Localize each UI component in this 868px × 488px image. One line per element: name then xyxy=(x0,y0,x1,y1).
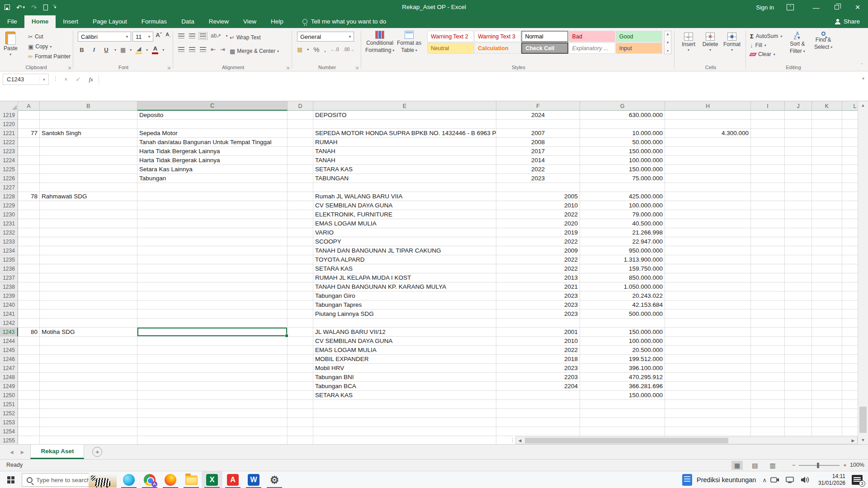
row-header-1228[interactable]: 1228 xyxy=(0,192,18,201)
cell-A1247[interactable] xyxy=(18,364,40,373)
menu-tab-data[interactable]: Data xyxy=(174,15,202,28)
cell-E1242[interactable] xyxy=(313,319,496,328)
cell-I1231[interactable] xyxy=(751,219,785,228)
cell-C1255[interactable] xyxy=(137,436,288,444)
cell-B1242[interactable] xyxy=(40,319,137,328)
cell-G1234[interactable]: 950.000.000 xyxy=(580,246,665,255)
cell-L1222[interactable] xyxy=(842,138,858,147)
cell-E1234[interactable]: TANAH DAN BANGUNAN JL TIPAR CAKUNG xyxy=(313,246,496,255)
row-header-1225[interactable]: 1225 xyxy=(0,165,18,174)
row-header-1237[interactable]: 1237 xyxy=(0,273,18,282)
tray-overflow-icon[interactable]: ∧ xyxy=(762,477,767,483)
cell-B1251[interactable] xyxy=(40,400,137,409)
cell-E1232[interactable]: VARIO xyxy=(313,228,496,237)
cell-D1255[interactable] xyxy=(288,436,313,444)
notification-center-icon[interactable]: 3 xyxy=(852,475,863,485)
cell-J1237[interactable] xyxy=(785,273,812,282)
cell-L1226[interactable] xyxy=(842,174,858,183)
row-header-1255[interactable]: 1255 xyxy=(0,436,18,444)
cell-C1236[interactable] xyxy=(137,264,288,273)
sign-in-button[interactable]: Sign in xyxy=(756,4,774,11)
cell-C1250[interactable] xyxy=(137,391,288,400)
cell-J1242[interactable] xyxy=(785,319,812,328)
formula-input[interactable] xyxy=(105,74,854,85)
column-header-H[interactable]: H xyxy=(665,101,751,111)
cell-C1243[interactable] xyxy=(137,328,288,337)
row-header-1233[interactable]: 1233 xyxy=(0,237,18,246)
bold-button[interactable]: B xyxy=(78,47,86,53)
cell-D1250[interactable] xyxy=(288,391,313,400)
grow-font-icon[interactable]: Aˇ xyxy=(155,32,163,42)
cell-B1228[interactable]: Rahmawati SDG xyxy=(40,192,137,201)
cell-A1251[interactable] xyxy=(18,400,40,409)
cell-C1226[interactable]: Tabungan xyxy=(137,174,288,183)
cell-J1252[interactable] xyxy=(785,409,812,418)
cell-G1230[interactable]: 79.000.000 xyxy=(580,210,665,219)
cell-K1251[interactable] xyxy=(812,400,842,409)
align-center-icon[interactable] xyxy=(189,47,195,52)
cell-D1220[interactable] xyxy=(288,120,313,129)
cell-F1223[interactable]: 2017 xyxy=(496,147,580,156)
cell-K1226[interactable] xyxy=(812,174,842,183)
row-header-1240[interactable]: 1240 xyxy=(0,300,18,310)
delete-cells-button[interactable]: × Delete▾ xyxy=(699,33,721,52)
row-header-1234[interactable]: 1234 xyxy=(0,246,18,255)
cell-A1250[interactable] xyxy=(18,391,40,400)
cut-button[interactable]: ✂Cut xyxy=(28,32,71,42)
cell-B1240[interactable] xyxy=(40,300,137,310)
cell-C1228[interactable] xyxy=(137,192,288,201)
cell-B1220[interactable] xyxy=(40,120,137,129)
cell-D1233[interactable] xyxy=(288,237,313,246)
cell-A1223[interactable] xyxy=(18,147,40,156)
cell-H1221[interactable]: 4.300.000 xyxy=(665,129,751,138)
cell-G1253[interactable] xyxy=(580,418,665,427)
cell-D1237[interactable] xyxy=(288,273,313,282)
cell-H1241[interactable] xyxy=(665,310,751,319)
collapse-ribbon-icon[interactable]: ˆ xyxy=(861,63,863,68)
cell-style-good[interactable]: Good xyxy=(616,31,662,42)
cell-H1224[interactable] xyxy=(665,156,751,165)
row-header-1235[interactable]: 1235 xyxy=(0,255,18,264)
cell-J1238[interactable] xyxy=(785,282,812,291)
cell-E1221[interactable]: SEPEDA MOTOR HONDA SUPRA BPKB NO. 143244… xyxy=(313,129,496,138)
cell-C1248[interactable] xyxy=(137,373,288,382)
cell-G1229[interactable]: 100.000.000 xyxy=(580,201,665,210)
cell-F1222[interactable]: 2008 xyxy=(496,138,580,147)
cell-G1225[interactable]: 150.000.000 xyxy=(580,165,665,174)
cell-B1248[interactable] xyxy=(40,373,137,382)
paste-dropdown-icon[interactable]: ▾ xyxy=(9,52,11,56)
cell-E1241[interactable]: Piutang Lainnya SDG xyxy=(313,310,496,319)
cell-A1226[interactable] xyxy=(18,174,40,183)
cell-H1246[interactable] xyxy=(665,355,751,364)
cell-G1228[interactable]: 425.000.000 xyxy=(580,192,665,201)
row-header-1221[interactable]: 1221 xyxy=(0,129,18,138)
cell-J1250[interactable] xyxy=(785,391,812,400)
cell-G1245[interactable]: 20.500.000 xyxy=(580,346,665,355)
cell-D1242[interactable] xyxy=(288,319,313,328)
cell-D1224[interactable] xyxy=(288,156,313,165)
cell-C1242[interactable] xyxy=(137,319,288,328)
cell-E1224[interactable]: TANAH xyxy=(313,156,496,165)
taskbar-app-firefox[interactable] xyxy=(160,471,181,488)
decrease-decimal-icon[interactable]: .00→ xyxy=(343,47,354,52)
cell-I1244[interactable] xyxy=(751,337,785,346)
tray-app-prediksi[interactable]: Prediksi keuntungan xyxy=(676,471,762,488)
cell-A1254[interactable] xyxy=(18,427,40,436)
taskbar-app-word[interactable]: W xyxy=(243,471,264,488)
cell-E1227[interactable] xyxy=(313,183,496,192)
cell-L1219[interactable] xyxy=(842,111,858,120)
cell-I1238[interactable] xyxy=(751,282,785,291)
cell-K1230[interactable] xyxy=(812,210,842,219)
cell-H1225[interactable] xyxy=(665,165,751,174)
taskbar-clock[interactable]: 14:11 31/01/2026 xyxy=(818,473,845,487)
cell-K1252[interactable] xyxy=(812,409,842,418)
cell-H1242[interactable] xyxy=(665,319,751,328)
bottom-align-icon[interactable] xyxy=(200,33,206,38)
cell-E1250[interactable]: SETARA KAS xyxy=(313,391,496,400)
cell-C1246[interactable] xyxy=(137,355,288,364)
cell-I1253[interactable] xyxy=(751,418,785,427)
cell-F1242[interactable] xyxy=(496,319,580,328)
cell-K1248[interactable] xyxy=(812,373,842,382)
cell-B1223[interactable] xyxy=(40,147,137,156)
cell-A1238[interactable] xyxy=(18,282,40,291)
